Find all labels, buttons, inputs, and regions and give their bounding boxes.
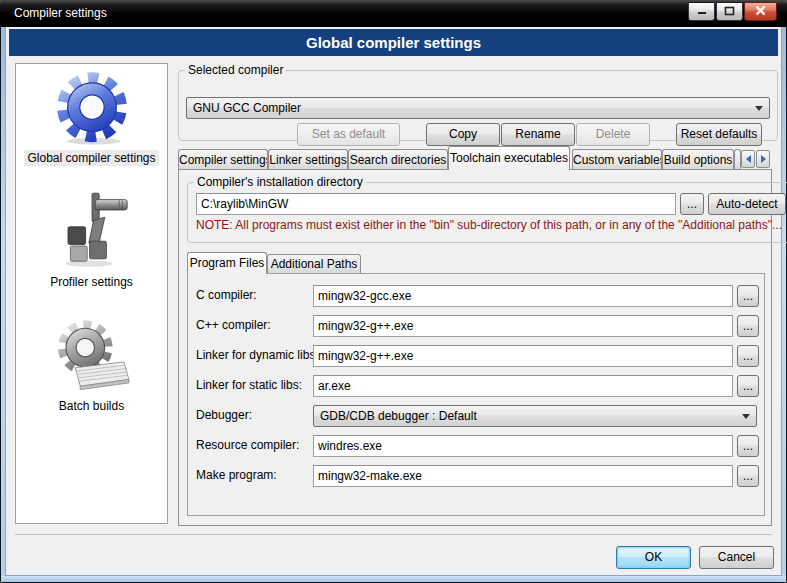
tab-scroll-right-button[interactable] [756, 150, 770, 168]
tab-scroll-arrows [740, 150, 770, 168]
reset-defaults-button[interactable]: Reset defaults [676, 123, 762, 146]
arrow-right-icon [761, 155, 766, 163]
linker-static-browse-button[interactable]: ... [737, 375, 759, 397]
subtab-program-files[interactable]: Program Files [187, 252, 267, 274]
toolchain-executables-page: Compiler's installation directory ... Au… [178, 169, 772, 526]
linker-static-input[interactable] [313, 375, 733, 397]
installation-directory-input[interactable] [196, 193, 676, 215]
auto-detect-button[interactable]: Auto-detect [708, 193, 786, 215]
resource-compiler-input[interactable] [313, 435, 733, 457]
close-button[interactable] [744, 2, 777, 21]
selected-compiler-group-label: Selected compiler [185, 63, 286, 77]
settings-category-list: Global compiler settings [15, 63, 168, 524]
compiler-select-value: GNU GCC Compiler [193, 101, 749, 115]
debugger-select[interactable]: GDB/CDB debugger : Default [313, 405, 757, 427]
installation-directory-browse-button[interactable]: ... [680, 193, 704, 215]
resource-compiler-label: Resource compiler: [196, 438, 299, 452]
c-compiler-label: C compiler: [196, 288, 257, 302]
tab-toolchain-executables[interactable]: Toolchain executables [448, 146, 570, 170]
tab-custom-variables[interactable]: Custom variables [572, 149, 662, 170]
copy-button[interactable]: Copy [426, 123, 500, 146]
resource-compiler-browse-button[interactable]: ... [737, 435, 759, 457]
footer-separator [15, 534, 772, 535]
dialog-body: Global compiler settings [5, 26, 782, 576]
subtab-additional-paths[interactable]: Additional Paths [267, 254, 361, 274]
sidebar-item-batch-builds[interactable]: Batch builds [56, 398, 127, 414]
make-program-label: Make program: [196, 468, 277, 482]
close-icon [755, 5, 766, 19]
cpp-compiler-browse-button[interactable]: ... [737, 315, 759, 337]
page-title: Global compiler settings [9, 29, 778, 56]
cpp-compiler-label: C++ compiler: [196, 318, 271, 332]
window-frame-right [782, 26, 786, 581]
set-as-default-button[interactable]: Set as default [297, 123, 400, 146]
window-frame-bottom [1, 576, 786, 582]
linker-static-label: Linker for static libs: [196, 378, 302, 392]
compiler-select[interactable]: GNU GCC Compiler [186, 97, 770, 119]
make-program-input[interactable] [313, 465, 733, 487]
maximize-button[interactable] [716, 2, 743, 21]
window-controls [687, 2, 777, 21]
selected-compiler-group: Selected compiler GNU GCC Compiler Set a… [178, 63, 778, 141]
caliper-tool-icon[interactable] [52, 189, 132, 274]
minimize-button[interactable] [688, 2, 715, 21]
cpp-compiler-input[interactable] [313, 315, 733, 337]
ok-button[interactable]: OK [616, 546, 691, 569]
settings-tabstrip: Compiler settings Linker settings Search… [178, 146, 778, 170]
installation-directory-group-label: Compiler's installation directory [194, 175, 366, 189]
tab-linker-settings[interactable]: Linker settings [268, 149, 348, 170]
debugger-label: Debugger: [196, 408, 252, 422]
blue-gear-icon[interactable] [51, 69, 133, 150]
tab-search-directories[interactable]: Search directories [348, 149, 448, 170]
sidebar-item-profiler-settings[interactable]: Profiler settings [47, 274, 136, 290]
installation-directory-group: Compiler's installation directory ... Au… [187, 175, 787, 243]
debugger-select-value: GDB/CDB debugger : Default [320, 409, 736, 423]
program-files-page: C compiler: ... C++ compiler: ... Linker… [187, 273, 765, 516]
delete-button[interactable]: Delete [576, 123, 650, 146]
chevron-down-icon [755, 106, 763, 111]
linker-dynamic-browse-button[interactable]: ... [737, 345, 759, 367]
linker-dynamic-label: Linker for dynamic libs: [196, 348, 319, 362]
tab-compiler-settings[interactable]: Compiler settings [178, 149, 268, 170]
arrow-left-icon [746, 155, 751, 163]
installation-note: NOTE: All programs must exist either in … [196, 218, 782, 232]
compiler-settings-window: Compiler settings Global compiler settin… [0, 0, 787, 583]
titlebar[interactable]: Compiler settings [0, 0, 787, 27]
rename-button[interactable]: Rename [501, 123, 575, 146]
main-panel: Selected compiler GNU GCC Compiler Set a… [178, 63, 778, 141]
chevron-down-icon [742, 414, 750, 419]
maximize-icon [724, 5, 735, 19]
sidebar-item-global-compiler-settings[interactable]: Global compiler settings [24, 150, 158, 166]
minimize-icon [697, 5, 707, 19]
c-compiler-input[interactable] [313, 285, 733, 307]
make-program-browse-button[interactable]: ... [737, 465, 759, 487]
gear-with-stack-icon[interactable] [50, 317, 134, 398]
linker-dynamic-input[interactable] [313, 345, 733, 367]
tab-scroll-left-button[interactable] [741, 150, 755, 168]
window-title: Compiler settings [14, 6, 107, 20]
tab-build-options[interactable]: Build options [662, 149, 734, 170]
c-compiler-browse-button[interactable]: ... [737, 285, 759, 307]
cancel-button[interactable]: Cancel [699, 546, 774, 569]
